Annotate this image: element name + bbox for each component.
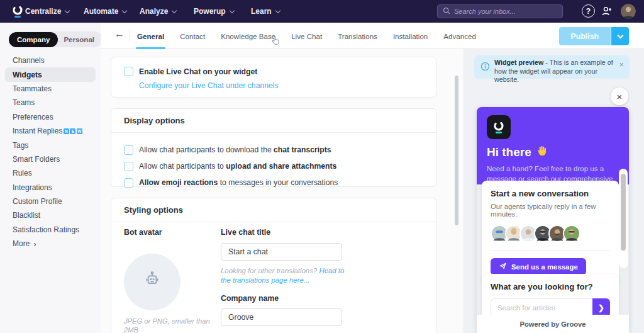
menu-centralize[interactable]: Centralize <box>25 0 69 23</box>
publish-dropdown-button[interactable] <box>611 27 629 45</box>
divider <box>130 30 130 42</box>
menu-label: Analyze <box>140 7 168 16</box>
company-name-label: Company name <box>221 294 347 303</box>
groove-logo-icon[interactable] <box>10 4 25 19</box>
widget-preview-banner: Widget preview - This is an example of h… <box>474 55 630 79</box>
sidebar-item-label: Rules <box>13 169 32 178</box>
sidebar-item-label: Instant Replies <box>13 127 62 135</box>
powered-by-label: Powered by Groove <box>519 320 586 328</box>
search-icon <box>443 6 450 17</box>
sidebar-item-channels[interactable]: Channels <box>0 54 101 67</box>
banner-close-icon[interactable]: × <box>619 60 624 69</box>
option-label: Allow chat participants to download the … <box>139 145 331 154</box>
option-row: Allow chat participants to upload and sh… <box>124 158 423 174</box>
tab-contact[interactable]: Contact <box>180 23 205 49</box>
user-avatar[interactable] <box>621 4 636 19</box>
content-scrollbar[interactable] <box>455 76 458 225</box>
menu-powerup[interactable]: Powerup <box>194 0 234 23</box>
tab-general[interactable]: General <box>137 23 164 49</box>
widget-preview-panel: Widget preview - This is an example of h… <box>464 49 644 333</box>
sidebar-item-label: Tags <box>13 141 28 150</box>
configure-live-chat-link[interactable]: Configure your Live Chat under channels <box>139 81 423 90</box>
tab-installation[interactable]: Installation <box>393 23 428 49</box>
sidebar-item-label: Custom Profile <box>13 197 62 206</box>
help-icon[interactable]: ? <box>582 4 595 18</box>
tab-knowledge-base[interactable]: Knowledge Base <box>221 23 275 49</box>
search-input[interactable] <box>454 8 557 15</box>
sidebar-item-teammates[interactable]: Teammates <box>0 82 101 96</box>
settings-sidebar: Company Personal Channels Widgets Teamma… <box>0 23 101 333</box>
display-options-card: Display options Allow chat participants … <box>111 108 436 187</box>
send-message-button[interactable]: Send us a message <box>491 258 586 275</box>
sidebar-item-teams[interactable]: Teams <box>0 96 101 110</box>
banner-title: Widget preview <box>494 59 543 66</box>
inbox-search-box[interactable] <box>437 4 563 18</box>
arrow-right-icon: ❯ <box>598 303 604 312</box>
emoji-reactions-checkbox[interactable] <box>124 178 133 188</box>
conversation-subtitle: Our agents typically reply in a few minu… <box>491 203 610 218</box>
sidebar-item-label: More <box>13 239 30 248</box>
publish-split-button: Publish <box>559 27 629 45</box>
send-button-label: Send us a message <box>511 263 578 271</box>
sidebar-item-rules[interactable]: Rules <box>0 166 101 180</box>
new-badge: W <box>77 128 82 134</box>
widget-settings-header: ← General Contact Knowledge Base Live Ch… <box>101 23 644 49</box>
menu-learn[interactable]: Learn <box>251 0 280 23</box>
publish-button[interactable]: Publish <box>559 27 611 45</box>
bot-avatar-upload[interactable] <box>124 254 180 310</box>
widget-close-button[interactable]: × <box>611 87 628 105</box>
info-icon <box>480 62 490 74</box>
company-name-input[interactable] <box>221 308 342 326</box>
avatar-upload-hint: JPEG or PNG, smaller than 2MB Recommende… <box>124 317 212 333</box>
close-icon: × <box>617 91 623 102</box>
widget-scrollbar-thumb[interactable] <box>621 174 626 251</box>
sidebar-item-blacklist[interactable]: Blacklist <box>0 208 101 222</box>
sidebar-item-smart-folders[interactable]: Smart Folders <box>0 152 101 166</box>
enable-live-chat-label: Enable Live Chat on your widget <box>139 67 257 76</box>
sidebar-item-label: Blacklist <box>13 211 40 220</box>
send-icon <box>499 262 507 271</box>
settings-tabs: General Contact Knowledge Base Live Chat… <box>137 23 476 49</box>
sidebar-item-label: Preferences <box>13 113 53 121</box>
sidebar-item-integrations[interactable]: Integrations <box>0 181 101 195</box>
chevron-down-icon <box>229 8 234 13</box>
upload-attachments-checkbox[interactable] <box>124 162 133 171</box>
menu-label: Centralize <box>25 7 61 16</box>
agent-avatar <box>563 225 580 242</box>
option-label: Allow emoji reactions to messages in you… <box>139 178 338 187</box>
toggle-company[interactable]: Company <box>9 32 58 47</box>
styling-options-card: Styling options Bot avatar JPEG or PNG, <box>111 198 436 333</box>
tab-advanced[interactable]: Advanced <box>443 23 476 49</box>
menu-label: Automate <box>84 7 118 16</box>
chat-widget-preview: Hi there Need a hand? Feel free to drop … <box>477 107 629 333</box>
menu-analyze[interactable]: Analyze <box>140 0 176 23</box>
sidebar-item-preferences[interactable]: Preferences <box>0 110 101 124</box>
menu-automate[interactable]: Automate <box>84 0 126 23</box>
start-conversation-card: Start a new conversation Our agents typi… <box>482 181 619 284</box>
sidebar-item-satisfaction-ratings[interactable]: Satisfaction Ratings <box>0 223 101 237</box>
chevron-down-icon <box>172 8 177 13</box>
sidebar-item-more[interactable]: More› <box>0 237 101 251</box>
new-badge: N <box>64 128 69 134</box>
sidebar-item-tags[interactable]: Tags <box>0 138 101 152</box>
tab-translations[interactable]: Translations <box>338 23 377 49</box>
tab-live-chat[interactable]: Live Chat <box>291 23 322 49</box>
widget-scrollbar-track <box>619 169 628 268</box>
workspace-toggle[interactable]: Company Personal <box>9 31 103 47</box>
live-chat-title-input[interactable] <box>221 243 342 261</box>
sidebar-item-widgets[interactable]: Widgets <box>5 67 96 81</box>
widget-header: Hi there Need a hand? Feel free to drop … <box>477 107 629 184</box>
add-user-icon[interactable] <box>601 5 613 20</box>
enable-live-chat-checkbox[interactable] <box>124 67 133 76</box>
wave-emoji-icon <box>536 145 548 160</box>
option-row: Allow emoji reactions to messages in you… <box>124 174 423 191</box>
sidebar-item-instant-replies[interactable]: Instant RepliesNEW <box>0 124 101 138</box>
robot-icon <box>142 270 163 294</box>
toggle-personal[interactable]: Personal <box>58 32 103 47</box>
sidebar-item-label: Teams <box>13 98 35 107</box>
sidebar-item-custom-profile[interactable]: Custom Profile <box>0 195 101 208</box>
back-arrow-icon[interactable]: ← <box>114 28 125 40</box>
sidebar-item-label: Satisfaction Ratings <box>13 225 79 234</box>
chat-transcripts-checkbox[interactable] <box>124 145 133 155</box>
display-options-title: Display options <box>111 109 436 133</box>
